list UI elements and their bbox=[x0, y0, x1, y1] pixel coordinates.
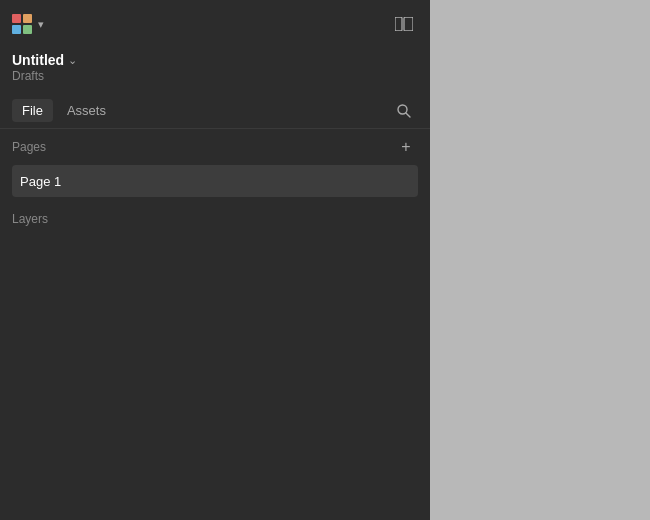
logo-chevron-icon: ▾ bbox=[38, 18, 44, 31]
title-row: Untitled ⌄ bbox=[12, 52, 418, 68]
topbar: ▾ bbox=[0, 0, 430, 48]
logo-cell-3 bbox=[12, 25, 21, 34]
app-logo-icon bbox=[12, 14, 32, 34]
layers-label: Layers bbox=[12, 212, 48, 226]
title-chevron-icon[interactable]: ⌄ bbox=[68, 54, 77, 67]
tabs-row: File Assets bbox=[0, 93, 430, 129]
tab-file[interactable]: File bbox=[12, 99, 53, 122]
pages-label: Pages bbox=[12, 140, 46, 154]
layers-section: Layers bbox=[0, 201, 430, 231]
logo-cell-4 bbox=[23, 25, 32, 34]
sidebar: ▾ Untitled ⌄ Drafts File Assets bbox=[0, 0, 430, 520]
tab-assets[interactable]: Assets bbox=[57, 99, 116, 122]
add-page-button[interactable]: + bbox=[394, 135, 418, 159]
panel-toggle-button[interactable] bbox=[390, 10, 418, 38]
svg-rect-0 bbox=[395, 17, 402, 31]
logo-area[interactable]: ▾ bbox=[12, 14, 44, 34]
svg-rect-1 bbox=[404, 17, 413, 31]
pages-header: Pages + bbox=[12, 129, 418, 165]
logo-cell-2 bbox=[23, 14, 32, 23]
file-title: Untitled bbox=[12, 52, 64, 68]
page-item[interactable]: Page 1 bbox=[12, 165, 418, 197]
logo-cell-1 bbox=[12, 14, 21, 23]
svg-line-3 bbox=[406, 112, 410, 116]
tabs: File Assets bbox=[12, 99, 116, 122]
file-subtitle: Drafts bbox=[12, 69, 418, 83]
title-area: Untitled ⌄ Drafts bbox=[0, 48, 430, 93]
page-list: Page 1 bbox=[12, 165, 418, 201]
pages-section: Pages + Page 1 bbox=[0, 129, 430, 201]
search-button[interactable] bbox=[390, 97, 418, 125]
main-canvas bbox=[430, 0, 650, 520]
